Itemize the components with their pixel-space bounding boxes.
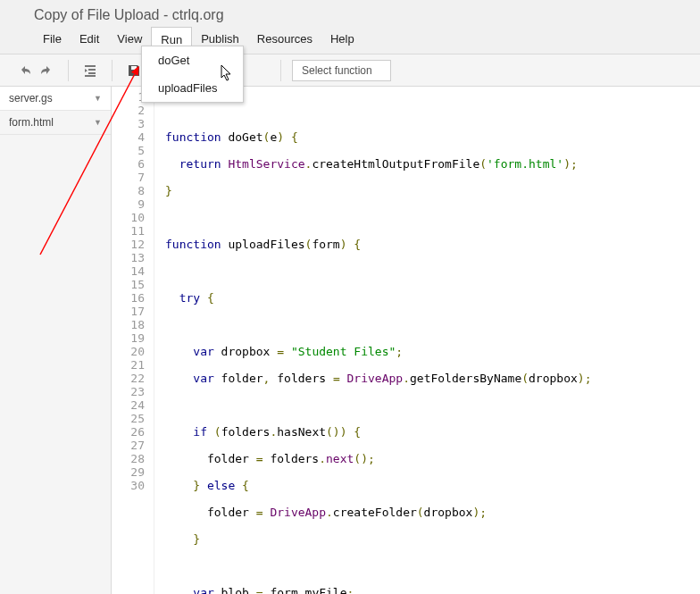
code-editor[interactable]: 1234567891011121314151617181920212223242… (112, 87, 700, 594)
caret-down-icon: ▼ (94, 94, 102, 103)
line-gutter: 1234567891011121314151617181920212223242… (112, 90, 154, 594)
toolbar: Select function (0, 54, 700, 87)
dropdown-item-uploadfiles[interactable]: uploadFiles (142, 74, 243, 102)
undo-button[interactable] (14, 60, 36, 81)
select-function-dropdown[interactable]: Select function (292, 60, 391, 81)
select-function-label: Select function (302, 64, 372, 77)
file-tab-form[interactable]: form.html ▼ (0, 111, 111, 135)
file-tab-server[interactable]: server.gs ▼ (0, 87, 111, 111)
file-tab-label: server.gs (9, 92, 53, 105)
menu-resources[interactable]: Resources (248, 27, 321, 54)
menubar: File Edit View Run Publish Resources Hel… (0, 27, 700, 54)
dropdown-item-doget[interactable]: doGet (142, 46, 243, 74)
file-tab-label: form.html (9, 116, 54, 129)
sidebar: server.gs ▼ form.html ▼ (0, 87, 112, 594)
code-area[interactable]: function doGet(e) { return HtmlService.c… (154, 90, 592, 594)
menu-file[interactable]: File (34, 27, 71, 54)
caret-down-icon: ▼ (94, 118, 102, 127)
menu-edit[interactable]: Edit (71, 27, 108, 54)
redo-button[interactable] (36, 60, 57, 81)
indent-button[interactable] (79, 60, 101, 81)
page-title: Copy of File Upload - ctrlq.org (0, 5, 700, 27)
menu-help[interactable]: Help (321, 27, 363, 54)
header: Copy of File Upload - ctrlq.org File Edi… (0, 0, 700, 54)
main: server.gs ▼ form.html ▼ 1234567891011121… (0, 87, 700, 594)
run-dropdown: doGet uploadFiles (141, 46, 244, 103)
